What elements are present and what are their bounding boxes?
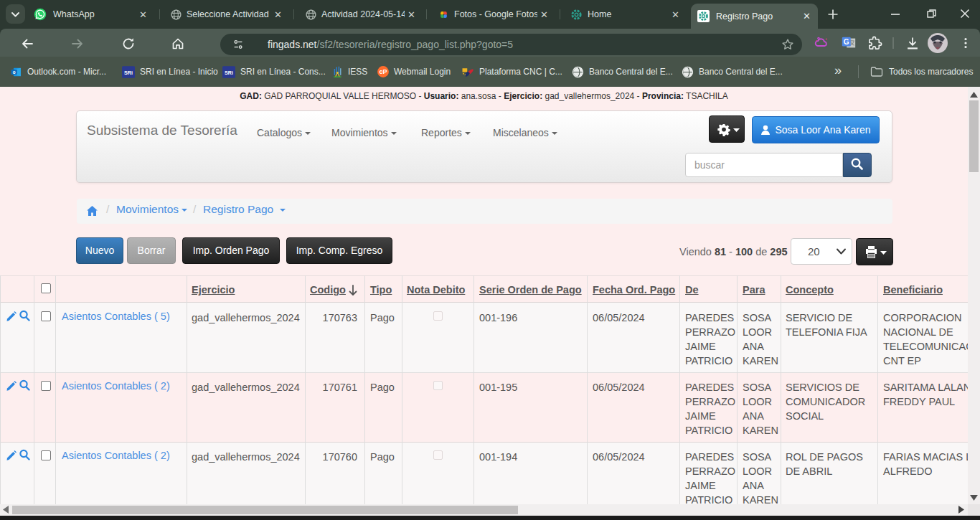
svg-text:cP: cP [379,68,387,75]
svg-text:SRi: SRi [124,70,133,75]
svg-text:o: o [13,69,16,74]
svg-text:G: G [844,38,849,46]
svg-text:SRi: SRi [225,70,233,75]
